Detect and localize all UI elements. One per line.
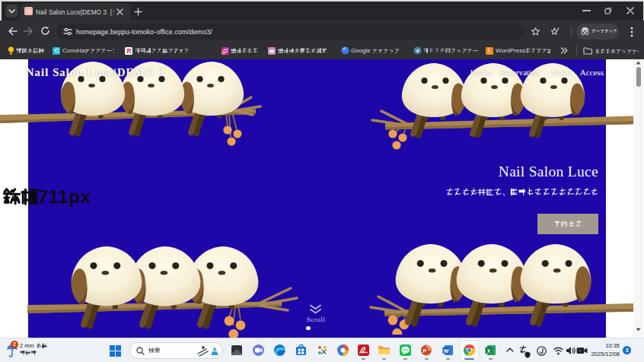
svg-text:W: W — [444, 348, 449, 354]
svg-text:P: P — [441, 48, 445, 53]
svg-text:P: P — [422, 348, 426, 354]
svg-text:X: X — [487, 348, 491, 354]
svg-text:F: F — [430, 48, 433, 53]
svg-text:T: T — [435, 48, 438, 53]
